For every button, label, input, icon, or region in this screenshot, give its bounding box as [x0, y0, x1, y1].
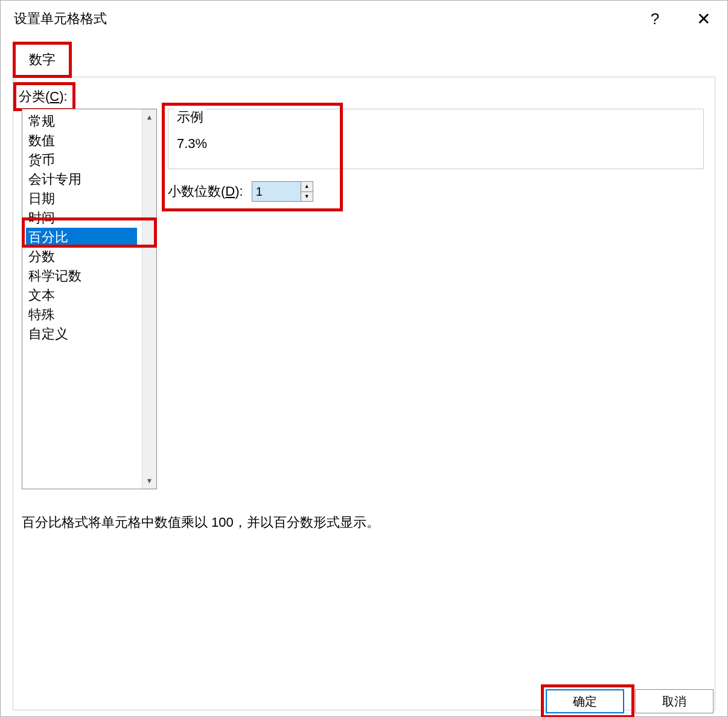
- main-area: 常规 数值 货币 会计专用 日期 时间 百分比 分数 科学记数 文本 特殊 自定…: [13, 109, 704, 489]
- format-cells-dialog: 设置单元格格式 ? ✕ 数字 分类(C): 常规 数值 货币 会计专用 日期: [0, 0, 728, 717]
- list-item[interactable]: 科学记数: [26, 266, 156, 286]
- list-item[interactable]: 时间: [26, 208, 156, 228]
- scroll-up-icon[interactable]: ▲: [146, 113, 153, 121]
- category-label-key: C: [49, 89, 59, 104]
- ok-button[interactable]: 确定: [546, 689, 624, 713]
- decimal-label: 小数位数(D):: [168, 182, 243, 201]
- tab-number[interactable]: 数字: [13, 42, 72, 78]
- list-item-selected[interactable]: 百分比: [26, 228, 137, 247]
- list-item[interactable]: 数值: [26, 131, 156, 150]
- list-item[interactable]: 会计专用: [26, 170, 156, 189]
- decimal-input[interactable]: [252, 182, 301, 201]
- category-label: 分类(C):: [13, 82, 75, 111]
- dialog-buttons: 确定 取消: [546, 689, 714, 713]
- list-item[interactable]: 文本: [26, 286, 156, 305]
- sample-label: 示例: [174, 108, 206, 126]
- dialog-title: 设置单元格格式: [14, 10, 643, 28]
- decimal-spinner[interactable]: ▲ ▼: [252, 181, 313, 202]
- spinner-buttons: ▲ ▼: [301, 182, 313, 201]
- cancel-button[interactable]: 取消: [635, 689, 714, 713]
- sample-box: 示例 7.3%: [168, 109, 704, 169]
- scroll-down-icon[interactable]: ▼: [146, 477, 153, 485]
- list-item[interactable]: 分数: [26, 247, 156, 266]
- content-frame: 分类(C): 常规 数值 货币 会计专用 日期 时间 百分比 分数 科学记数 文…: [13, 77, 715, 710]
- titlebar-controls: ? ✕: [643, 9, 715, 29]
- list-item[interactable]: 货币: [26, 150, 156, 170]
- close-icon[interactable]: ✕: [691, 9, 715, 29]
- right-pane: 示例 7.3% 小数位数(D): ▲ ▼: [168, 109, 704, 489]
- sample-value: 7.3%: [177, 136, 695, 152]
- decimal-label-prefix: 小数位数(: [168, 184, 225, 199]
- list-item[interactable]: 常规: [26, 112, 156, 131]
- help-icon[interactable]: ?: [643, 10, 667, 28]
- list-item[interactable]: 特殊: [26, 305, 156, 324]
- spinner-down-icon[interactable]: ▼: [301, 192, 313, 202]
- list-item[interactable]: 日期: [26, 189, 156, 208]
- category-label-prefix: 分类(: [19, 89, 49, 104]
- decimal-label-suffix: ):: [235, 184, 243, 199]
- category-listbox-wrap: 常规 数值 货币 会计专用 日期 时间 百分比 分数 科学记数 文本 特殊 自定…: [22, 109, 157, 489]
- titlebar: 设置单元格格式 ? ✕: [1, 1, 727, 37]
- format-description: 百分比格式将单元格中数值乘以 100，并以百分数形式显示。: [22, 513, 704, 532]
- listbox-items: 常规 数值 货币 会计专用 日期 时间 百分比 分数 科学记数 文本 特殊 自定…: [22, 109, 156, 346]
- category-listbox[interactable]: 常规 数值 货币 会计专用 日期 时间 百分比 分数 科学记数 文本 特殊 自定…: [22, 109, 157, 489]
- decimal-label-key: D: [225, 184, 235, 199]
- decimal-places-row: 小数位数(D): ▲ ▼: [168, 181, 704, 202]
- list-item[interactable]: 自定义: [26, 324, 156, 344]
- category-label-suffix: ):: [59, 89, 67, 104]
- scrollbar[interactable]: ▲ ▼: [142, 109, 156, 489]
- spinner-up-icon[interactable]: ▲: [301, 182, 313, 192]
- tabs-row: 数字: [1, 37, 727, 77]
